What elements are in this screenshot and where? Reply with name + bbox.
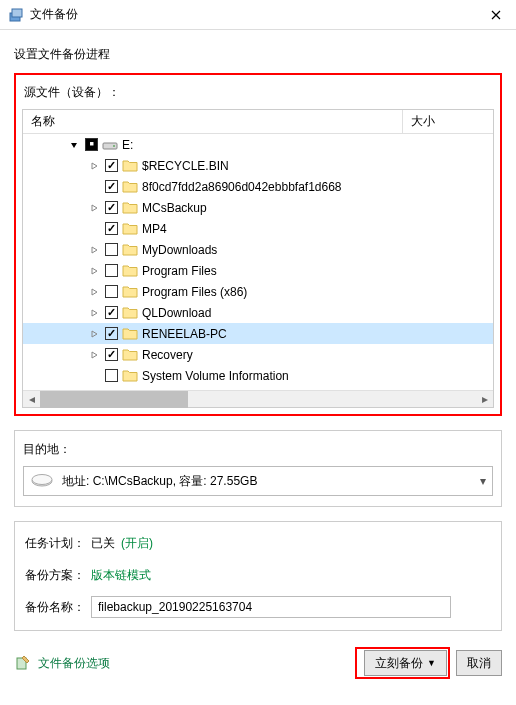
tree-row[interactable]: $RECYCLE.BIN	[23, 155, 493, 176]
expand-icon[interactable]	[87, 159, 101, 173]
checkbox-mixed[interactable]	[85, 138, 98, 151]
tree-item-label: RENEELAB-PC	[142, 327, 227, 341]
titlebar: 文件备份	[0, 0, 516, 30]
tree-item-label: Recovery	[142, 348, 193, 362]
checkbox[interactable]	[105, 222, 118, 235]
expand-icon[interactable]	[87, 243, 101, 257]
tree-header: 名称 大小	[23, 110, 493, 134]
checkbox[interactable]	[105, 159, 118, 172]
scroll-track[interactable]	[40, 391, 476, 408]
file-tree: 名称 大小 E: $RECYCLE.BIN8f0cd7fdd2a86906d04…	[22, 109, 494, 408]
source-section: 源文件（设备）： 名称 大小 E: $RECYCLE.BIN8f0cd7fdd2…	[14, 73, 502, 416]
scroll-left-arrow[interactable]: ◂	[23, 391, 40, 408]
tree-row[interactable]: System Volume Information	[23, 365, 493, 386]
checkbox[interactable]	[105, 327, 118, 340]
scroll-thumb[interactable]	[40, 391, 188, 408]
tree-row[interactable]: MCsBackup	[23, 197, 493, 218]
tree-item-label: 8f0cd7fdd2a86906d042ebbbfaf1d668	[142, 180, 342, 194]
window-title: 文件备份	[30, 6, 476, 23]
folder-icon	[122, 327, 138, 341]
backup-options-link[interactable]: 文件备份选项	[38, 655, 110, 672]
checkbox[interactable]	[105, 285, 118, 298]
expand-icon[interactable]	[87, 327, 101, 341]
destination-text: 地址: C:\MCsBackup, 容量: 27.55GB	[62, 473, 480, 490]
svg-rect-1	[12, 9, 22, 17]
source-label: 源文件（设备）：	[22, 80, 494, 109]
backup-now-button[interactable]: 立刻备份▼	[364, 650, 447, 676]
tree-row[interactable]: 8f0cd7fdd2a86906d042ebbbfaf1d668	[23, 176, 493, 197]
destination-dropdown[interactable]: 地址: C:\MCsBackup, 容量: 27.55GB ▾	[23, 466, 493, 496]
checkbox[interactable]	[105, 264, 118, 277]
tree-row[interactable]: RENEELAB-PC	[23, 323, 493, 344]
column-size[interactable]: 大小	[403, 110, 493, 133]
plan-section: 任务计划： 已关 (开启) 备份方案： 版本链模式 备份名称：	[14, 521, 502, 631]
tree-item-label: MP4	[142, 222, 167, 236]
horizontal-scrollbar[interactable]: ◂ ▸	[23, 390, 493, 407]
expand-icon[interactable]	[87, 348, 101, 362]
tree-row[interactable]: MP4	[23, 218, 493, 239]
expand-icon[interactable]	[87, 285, 101, 299]
expand-icon[interactable]	[87, 201, 101, 215]
task-plan-value: 已关	[91, 535, 115, 552]
folder-icon	[122, 180, 138, 194]
folder-icon	[122, 201, 138, 215]
tree-body[interactable]: E: $RECYCLE.BIN8f0cd7fdd2a86906d042ebbbf…	[23, 134, 493, 390]
tree-item-label: Program Files (x86)	[142, 285, 247, 299]
column-name[interactable]: 名称	[23, 110, 403, 133]
backup-name-label: 备份名称：	[25, 599, 91, 616]
folder-icon	[122, 243, 138, 257]
tree-item-label: Program Files	[142, 264, 217, 278]
checkbox[interactable]	[105, 348, 118, 361]
scroll-right-arrow[interactable]: ▸	[476, 391, 493, 408]
backup-now-label: 立刻备份	[375, 655, 423, 672]
cancel-button[interactable]: 取消	[456, 650, 502, 676]
tree-row[interactable]: Program Files	[23, 260, 493, 281]
page-title: 设置文件备份进程	[14, 46, 502, 63]
collapse-icon[interactable]	[67, 138, 81, 152]
tree-row[interactable]: MyDownloads	[23, 239, 493, 260]
dialog-content: 设置文件备份进程 源文件（设备）： 名称 大小 E: $RECYCLE.BIN8…	[0, 30, 516, 691]
folder-icon	[122, 222, 138, 236]
checkbox[interactable]	[105, 306, 118, 319]
folder-icon	[122, 264, 138, 278]
disk-icon	[30, 472, 54, 490]
close-button[interactable]	[476, 0, 516, 30]
destination-label: 目的地：	[23, 439, 493, 466]
tree-root-label: E:	[122, 138, 133, 152]
backup-scheme-link[interactable]: 版本链模式	[91, 567, 151, 584]
folder-icon	[122, 159, 138, 173]
expand-icon[interactable]	[87, 306, 101, 320]
svg-point-5	[32, 475, 52, 485]
destination-section: 目的地： 地址: C:\MCsBackup, 容量: 27.55GB ▾	[14, 430, 502, 507]
chevron-down-icon: ▾	[480, 474, 486, 488]
backup-now-highlight: 立刻备份▼	[355, 647, 450, 679]
folder-icon	[122, 369, 138, 383]
checkbox[interactable]	[105, 243, 118, 256]
checkbox[interactable]	[105, 201, 118, 214]
caret-down-icon: ▼	[427, 658, 436, 668]
footer: 文件备份选项 立刻备份▼ 取消	[14, 643, 502, 679]
task-plan-label: 任务计划：	[25, 535, 91, 552]
folder-icon	[122, 306, 138, 320]
folder-icon	[122, 285, 138, 299]
tree-row[interactable]: Program Files (x86)	[23, 281, 493, 302]
backup-scheme-label: 备份方案：	[25, 567, 91, 584]
tree-row[interactable]: Recovery	[23, 344, 493, 365]
drive-icon	[102, 138, 118, 152]
tree-item-label: System Volume Information	[142, 369, 289, 383]
task-plan-toggle-link[interactable]: (开启)	[121, 535, 153, 552]
backup-name-input[interactable]	[91, 596, 451, 618]
tree-item-label: $RECYCLE.BIN	[142, 159, 229, 173]
app-icon	[8, 7, 24, 23]
tree-item-label: QLDownload	[142, 306, 211, 320]
checkbox[interactable]	[105, 180, 118, 193]
tree-root-row[interactable]: E:	[23, 134, 493, 155]
tree-item-label: MCsBackup	[142, 201, 207, 215]
options-icon	[14, 654, 32, 672]
checkbox[interactable]	[105, 369, 118, 382]
tree-item-label: MyDownloads	[142, 243, 217, 257]
folder-icon	[122, 348, 138, 362]
expand-icon[interactable]	[87, 264, 101, 278]
tree-row[interactable]: QLDownload	[23, 302, 493, 323]
svg-point-3	[113, 145, 115, 147]
